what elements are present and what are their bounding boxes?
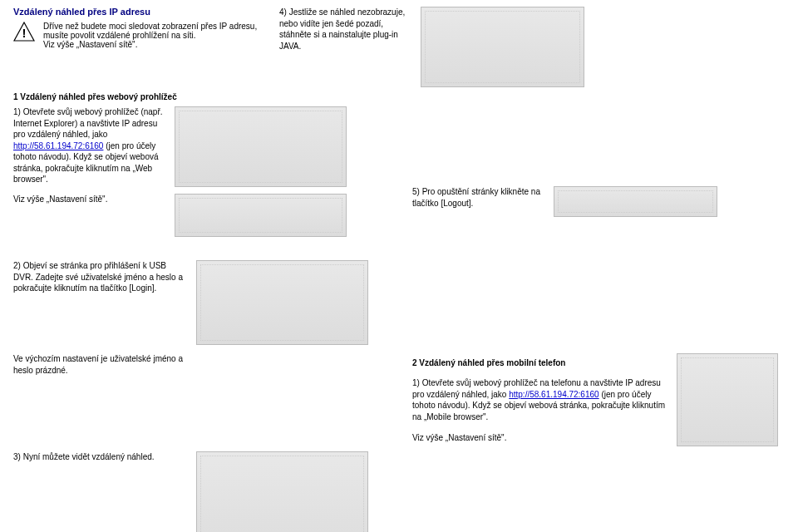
step3-text: Nyní můžete vidět vzdálený náhled. (23, 452, 155, 461)
step1-link[interactable]: http://58.61.194.72:6160 (13, 141, 103, 150)
step2b-text: Ve výchozím nastavení je uživatelské jmé… (13, 353, 204, 376)
step4-num: 4) (279, 7, 287, 17)
screenshot-step2 (196, 260, 368, 345)
mstep1-link[interactable]: http://58.61.194.72:6160 (509, 390, 598, 399)
screenshot-step4 (421, 7, 584, 87)
warning-icon: ! (13, 22, 35, 42)
step2-text: Objeví se stránka pro přihlášení k USB D… (13, 261, 183, 293)
step2-num: 2) (13, 261, 21, 270)
warning-line3: Viz výše „Nastavení sítě". (43, 40, 137, 49)
screenshot-step5 (554, 186, 717, 217)
mstep1-num: 1) (412, 378, 420, 387)
step5-num: 5) (412, 187, 420, 196)
page-title: Vzdálený náhled přes IP adresu (13, 7, 279, 17)
note-under-step1: Viz výše „Nastavení sítě". (13, 194, 166, 205)
screenshot-step1b (175, 194, 347, 237)
warning-line1: Dříve než budete moci sledovat zobrazení… (43, 22, 257, 31)
warning-block: ! Dříve než budete moci sledovat zobraze… (13, 22, 279, 49)
section2-heading: 2 Vzdálený náhled přes mobilní telefon (412, 358, 670, 367)
mobile-note: Viz výše „Nastavení sítě". (412, 432, 670, 444)
step5-text: Pro opuštění stránky klikněte na tlačítk… (412, 187, 540, 208)
section1-heading: 1 Vzdálený náhled přes webový prohlížeč (13, 92, 785, 101)
step3-num: 3) (13, 452, 21, 461)
svg-text:!: ! (22, 26, 27, 40)
step4-text: Jestliže se náhled nezobrazuje, nebo vid… (279, 7, 405, 51)
step1-num: 1) (13, 107, 21, 116)
screenshot-step1 (175, 106, 347, 187)
step1-p1: Otevřete svůj webový prohlížeč (např. In… (13, 107, 163, 139)
screenshot-mobile (677, 353, 778, 446)
warning-line2: musíte povolit vzdálené prohlížení na sí… (43, 31, 195, 40)
screenshot-step3 (196, 451, 368, 532)
